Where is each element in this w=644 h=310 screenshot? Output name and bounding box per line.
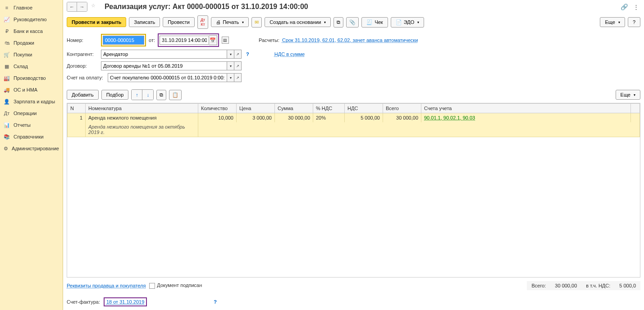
related-button[interactable]: ⧉ [333,17,343,28]
signed-checkbox-label[interactable]: Документ подписан [149,282,202,289]
report-icon: 📊 [4,122,10,128]
totals-block: Всего: 30 000,00 в т.ч. НДС: 5 000,0 [527,281,640,290]
copy-button[interactable]: ⧉ [156,90,166,100]
dt-kt-button[interactable]: ДтКт [197,15,208,29]
sidebar-item-operations[interactable]: ДтОперации [0,107,63,119]
contractor-dropdown-button[interactable]: ▾ [227,50,234,59]
sidebar-item-purchases[interactable]: 🛒Покупки [0,49,63,60]
mail-button[interactable]: ✉ [251,17,262,28]
sidebar-item-warehouse[interactable]: ▦Склад [0,60,63,72]
factory-icon: 🏭 [4,75,10,81]
contract-input[interactable] [101,61,227,70]
nav-forward-button[interactable]: → [77,2,87,11]
mail-icon: ✉ [255,19,259,25]
contract-dropdown-button[interactable]: ▾ [227,61,234,70]
doc-icon: 📄 [396,19,402,25]
col-sum[interactable]: Сумма [275,104,313,113]
total-value: 30 000,00 [555,283,577,288]
help-button[interactable]: ? [628,17,640,27]
sidebar-item-main[interactable]: ≡Главное [0,2,63,14]
move-up-button[interactable]: ↑ [132,90,142,100]
create-based-button[interactable]: Создать на основании [265,17,331,27]
col-price[interactable]: Цена [237,104,275,113]
add-row-button[interactable]: Добавить [67,90,99,100]
number-input[interactable] [103,36,144,45]
sidebar-item-refs[interactable]: 📚Справочники [0,131,63,143]
organizer-button[interactable]: ▤ [222,37,229,44]
calendar-button[interactable]: 📅 [209,35,217,45]
dtkt-icon: ДтКт [201,18,205,27]
invoice-row: Счет-фактура: 18 от 31.10.2019 ? [63,294,644,310]
gear-icon: ⚙ [4,145,8,152]
edo-button[interactable]: 📄ЭДО [391,17,425,28]
table-row[interactable]: 1 Аренда нежилого помещения 10,000 3 000… [68,113,640,123]
invoice-fact-link[interactable]: 18 от 31.10.2019 [106,299,144,305]
invoice-dropdown-button[interactable]: ▾ [227,73,234,82]
sidebar-item-production[interactable]: 🏭Производство [0,72,63,84]
contractor-open-button[interactable]: ↗ [234,50,242,59]
link-icon[interactable]: 🔗 [620,2,629,11]
table-toolbar: Добавить Подбор ↑ ↓ ⧉ 📋 Еще [63,89,644,103]
contract-open-button[interactable]: ↗ [234,61,242,70]
paste-button[interactable]: 📋 [169,90,182,100]
more-button[interactable]: Еще [600,17,625,27]
number-label: Номер: [67,37,98,43]
table-row-desc[interactable]: Аренда нежилого помещения за октябрь 201… [68,122,640,137]
col-vatp[interactable]: % НДС [313,104,345,113]
contract-combo: ▾ ↗ [101,61,242,70]
signed-checkbox[interactable] [149,283,155,289]
accounts-link[interactable]: 90.01.1, 90.02.1, 90.03 [424,115,475,120]
date-input[interactable] [160,36,209,45]
post-and-close-button[interactable]: Провести и закрыть [67,17,126,27]
sidebar-item-bank[interactable]: ₽Банк и касса [0,25,63,37]
col-nom[interactable]: Номенклатура [86,104,198,113]
chart-icon: 📈 [4,16,10,23]
sidebar-item-manager[interactable]: 📈Руководителю [0,14,63,25]
truck-icon: 🚚 [4,87,10,93]
attach-button[interactable]: 📎 [346,17,359,28]
print-button[interactable]: 🖨Печать [211,17,249,27]
book-icon: 📚 [4,134,10,140]
col-n[interactable]: N [68,104,86,113]
calc-link[interactable]: Срок 31.10.2019, 62.01, 62.02, зачет ава… [282,37,418,43]
contractor-help[interactable]: ? [246,51,249,57]
save-button[interactable]: Записать [129,17,160,27]
contractor-combo: ▾ ↗ [101,50,242,59]
footer-row: Реквизиты продавца и покупателя Документ… [63,278,644,294]
invoice-fact-highlight: 18 от 31.10.2019 [104,297,147,306]
check-button[interactable]: 🧾Чек [361,17,388,28]
col-qty[interactable]: Количество [198,104,237,113]
sidebar-item-reports[interactable]: 📊Отчеты [0,119,63,131]
select-items-button[interactable]: Подбор [101,90,129,100]
sidebar-item-assets[interactable]: 🚚ОС и НМА [0,84,63,96]
col-acc[interactable]: Счета учета [421,104,631,113]
star-icon[interactable]: ☆ [91,3,99,11]
titlebar: ← → ☆ Реализация услуг: Акт 0000-000015 … [63,0,644,14]
invoice-help[interactable]: ? [214,299,217,305]
invoice-input[interactable] [108,73,227,82]
table-more-button[interactable]: Еще [616,90,640,100]
sidebar-item-admin[interactable]: ⚙Администрирование [0,143,63,154]
invoice-label: Счет на оплату: [67,75,105,80]
items-grid[interactable]: N Номенклатура Количество Цена Сумма % Н… [67,103,640,278]
nav-group: ← → [67,2,87,12]
ops-icon: Дт [4,110,10,116]
invoice-open-button[interactable]: ↗ [234,73,242,82]
related-icon: ⧉ [337,19,340,25]
nav-back-button[interactable]: ← [67,2,77,11]
contractor-input[interactable] [101,50,227,59]
total-label: Всего: [531,283,546,288]
col-vat[interactable]: НДС [345,104,383,113]
sidebar-item-payroll[interactable]: 👤Зарплата и кадры [0,96,63,107]
invoice-combo: ▾ ↗ [108,73,242,82]
move-down-button[interactable]: ↓ [142,90,153,100]
copy-icon: ⧉ [160,92,163,98]
seller-details-link[interactable]: Реквизиты продавца и покупателя [67,283,146,288]
post-button[interactable]: Провести [163,17,195,27]
vat-mode-link[interactable]: НДС в сумме [274,51,305,57]
col-total[interactable]: Всего [383,104,421,113]
more-vert-icon[interactable]: ⋮ [631,2,640,11]
contractor-label: Контрагент: [67,51,98,57]
sidebar-item-sales[interactable]: 🛍Продажи [0,37,63,49]
form-area: Номер: от: 📅 ▤ Расчеты: Срок 31.10.2019,… [63,32,644,89]
